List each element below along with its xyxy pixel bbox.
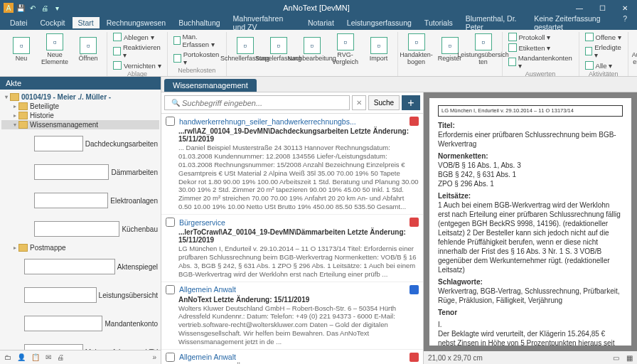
tree-root[interactable]: ▾00104/19 - Meier ./. Müller - [1, 92, 159, 102]
ribbon-offene[interactable]: Offene ▾ [584, 32, 624, 42]
menu-datei[interactable]: Datei [4, 17, 33, 28]
search-button[interactable]: Suche [368, 95, 400, 110]
zoom-icon[interactable]: ▦ [626, 354, 633, 362]
clear-search[interactable]: ✕ [352, 95, 366, 110]
result-checkbox[interactable] [166, 117, 175, 126]
filetype-icon [410, 353, 419, 362]
filetype-icon [410, 285, 419, 294]
app-icon: A [4, 3, 14, 13]
maximize-button[interactable]: ☐ [594, 4, 611, 12]
preview-page: LG München I, Endurteil v. 29.10.2014 – … [429, 98, 631, 346]
foot-menu[interactable]: » [152, 353, 156, 361]
foot-icon[interactable]: 🗀 [4, 353, 11, 361]
foot-icon[interactable]: ✉ [46, 353, 51, 361]
ribbon-portokosten[interactable]: Portokosten ▾ [172, 50, 222, 67]
menu-cockpit[interactable]: Cockpit [35, 17, 71, 28]
menu-rechnungswesen[interactable]: Rechnungswesen [101, 17, 171, 28]
result-checkbox[interactable] [166, 285, 175, 294]
ribbon-mandantenkonten[interactable]: Mandantenkonten ▾ [507, 53, 574, 70]
ribbon-protokoll[interactable]: Protokoll ▾ [507, 32, 574, 42]
tree-aktenspiegel[interactable]: Aktenspiegel [1, 252, 159, 281]
qa-save[interactable]: 💾 [16, 3, 26, 13]
tree-dämmarbeiten[interactable]: Dämmarbeiten [1, 158, 159, 186]
ribbon-reaktivieren[interactable]: Reaktivieren ▾ [112, 43, 163, 60]
tree-leistungsübersicht[interactable]: Leistungsübersicht [1, 281, 159, 309]
foot-icon[interactable]: 📋 [31, 353, 40, 361]
window-title: AnNoText [DevMN] [62, 4, 571, 12]
ribbon-vernichten[interactable]: Vernichten ▾ [112, 60, 163, 70]
ribbon-alle[interactable]: Alle ▾ [584, 60, 624, 70]
ribbon-ablegen[interactable]: Ablegen ▾ [112, 32, 163, 42]
result-checkbox[interactable] [166, 353, 175, 362]
ribbon-man.[interactable]: Man. Erfassen ▾ [172, 32, 222, 49]
ribbon-etiketten[interactable]: Etiketten ▾ [507, 43, 574, 53]
zoom-icon[interactable]: ▭ [613, 354, 619, 362]
menu-buchhaltung[interactable]: Buchhaltung [173, 17, 225, 28]
result-checkbox[interactable] [166, 218, 175, 227]
menu-start[interactable]: Start [73, 17, 100, 28]
ribbon-import[interactable]: ▫Import [363, 32, 395, 68]
tree-küchenbau[interactable]: Küchenbau [1, 215, 159, 243]
qa-undo[interactable]: ↶ [28, 3, 38, 13]
ribbon-öffnen[interactable]: ▫Öffnen [73, 32, 104, 68]
ribbon-neue[interactable]: ▫NeueElemente [39, 32, 70, 68]
tab-wissensmanagement[interactable]: Wissensmanagement [164, 79, 257, 92]
foot-icon[interactable]: 🖨 [57, 353, 64, 361]
search-input[interactable] [164, 95, 350, 110]
tree-mahnverfahren-und-zv[interactable]: Mahnverfahren und ZV [1, 338, 159, 350]
ribbon-leistungsübersich[interactable]: ▫Leistungsübersichten [468, 32, 499, 68]
qa-arrow[interactable]: ▾ [52, 3, 62, 13]
menu-leistungserfassung[interactable]: Leistungserfassung [341, 17, 417, 28]
tree-postmappe[interactable]: ▸Postmappe [1, 243, 159, 252]
menu-notariat[interactable]: Notariat [302, 17, 340, 28]
result-item[interactable]: Allgemein AnwaltAnNoText Letzte Änderung… [161, 282, 423, 350]
close-button[interactable]: ✕ [616, 4, 633, 12]
ribbon-erledigte[interactable]: Erledigte ▾ [584, 43, 624, 60]
qa-print[interactable]: 🖨 [40, 3, 50, 13]
page-dimensions: 21,00 x 29,70 cm [428, 354, 483, 362]
result-item[interactable]: handwerkerrehnugn_seiler_handwerkerrechn… [161, 114, 423, 215]
tree-elektroanlagen[interactable]: Elektroanlagen [1, 186, 159, 215]
foot-icon[interactable]: 👤 [17, 353, 26, 361]
add-button[interactable]: + [402, 95, 420, 110]
tree-mandantenkonto[interactable]: Mandantenkonto [1, 309, 159, 338]
sidebar-header: Akte [0, 77, 161, 90]
menu-tutorials[interactable]: Tutorials [419, 17, 459, 28]
ribbon-auskunfts-[interactable]: ▫Auskunfts-ermittlung [631, 32, 637, 68]
ribbon-rvg-vergleich[interactable]: ▫RVG-Vergleich [330, 32, 361, 68]
ribbon-neu[interactable]: ▫Neu [6, 32, 37, 68]
minimize-button[interactable]: — [571, 4, 588, 12]
ribbon-nachbearbeitung[interactable]: ▫Nachbearbeitung [296, 32, 328, 68]
tree-historie[interactable]: ▸Historie [1, 111, 159, 120]
result-item[interactable]: Bürgerservice...lerToCrawl\AZ_00104_19-D… [161, 215, 423, 282]
search-icon: 🔍 [171, 99, 180, 107]
tree-wissensmanagement[interactable]: ▾Wissensmanagement [1, 120, 159, 129]
result-item[interactable]: Allgemein AnwaltAnNoText Letzte Änderung… [161, 350, 423, 364]
filetype-icon [410, 117, 419, 126]
ribbon-handakten-[interactable]: ▫Handakten-bogen [401, 32, 432, 68]
tree-beteiligte[interactable]: ▸Beteiligte [1, 102, 159, 111]
filetype-icon [410, 218, 419, 227]
tree-dachdeckungsarbeiten[interactable]: Dachdeckungsarbeiten [1, 129, 159, 158]
